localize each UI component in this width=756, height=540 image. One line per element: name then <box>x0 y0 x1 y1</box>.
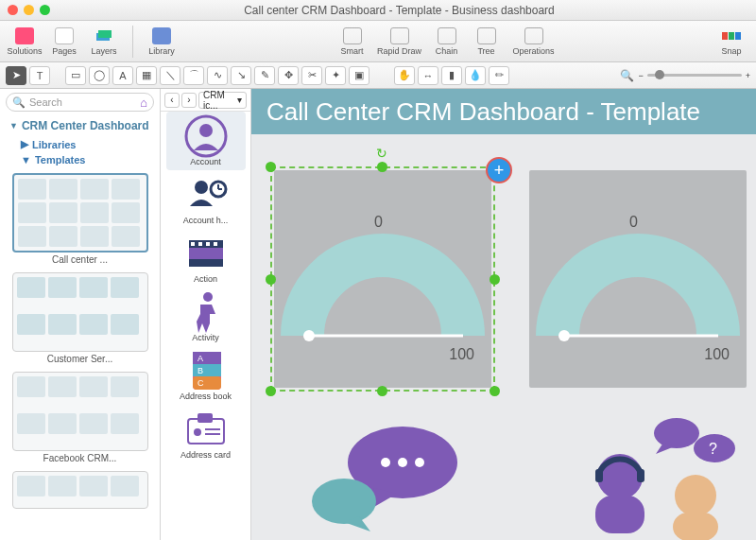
library-item-account-h[interactable]: Account h... <box>166 170 246 229</box>
template-thumb[interactable] <box>12 471 148 509</box>
svg-rect-15 <box>198 242 202 246</box>
svg-point-38 <box>415 458 424 467</box>
sidebar-heading[interactable]: ▼CRM Center Dashboard <box>0 115 160 136</box>
ellipse-tool[interactable]: ◯ <box>89 66 110 85</box>
collapse-icon[interactable]: ⌂ <box>140 96 147 110</box>
resize-handle[interactable] <box>266 386 276 396</box>
snap-label: Snap <box>721 46 741 56</box>
table-tool[interactable]: ▦ <box>136 66 157 85</box>
svg-point-47 <box>675 475 716 516</box>
library-button[interactable]: Library <box>143 25 180 59</box>
rotate-handle[interactable]: ↻ <box>376 146 387 161</box>
svg-point-39 <box>312 479 376 524</box>
pen-tool[interactable]: ✎ <box>254 66 275 85</box>
main-toolbar: Solutions Pages Layers Library Smart Rap… <box>0 21 756 62</box>
solutions-button[interactable]: Solutions <box>6 25 43 59</box>
lib-prev-button[interactable]: ‹ <box>164 93 180 108</box>
smart-button[interactable]: Smart <box>334 25 371 59</box>
connector-tool[interactable]: ↘ <box>231 66 251 85</box>
svg-rect-29 <box>205 428 220 430</box>
brush-tool[interactable]: ✏ <box>489 66 509 85</box>
arc-tool[interactable]: ⌒ <box>183 66 204 85</box>
library-item-label: Activity <box>192 333 219 342</box>
library-item-label: Account h... <box>183 216 229 225</box>
line-tool[interactable]: ＼ <box>160 66 180 85</box>
zoom-control[interactable]: 🔍 − + <box>620 69 750 82</box>
template-thumb[interactable] <box>12 173 148 253</box>
resize-handle[interactable] <box>377 386 387 396</box>
library-item-action[interactable]: Action <box>166 229 246 287</box>
hand-tool[interactable]: ✋ <box>394 66 415 85</box>
speech-bubble-purple-icon <box>308 420 469 533</box>
spline-tool[interactable]: ∿ <box>207 66 228 85</box>
svg-rect-17 <box>214 242 217 246</box>
pages-button[interactable]: Pages <box>45 25 83 59</box>
resize-handle[interactable] <box>266 274 276 285</box>
search-input[interactable]: 🔍 Search ⌂ <box>6 93 154 112</box>
library-item-label: Address card <box>180 450 231 460</box>
library-item-address-card[interactable]: Address card <box>166 405 246 463</box>
pan-tool[interactable]: ↔ <box>418 66 438 85</box>
snap-button[interactable]: Snap <box>713 25 750 59</box>
svg-rect-16 <box>206 242 210 246</box>
wand-tool[interactable]: ✦ <box>325 66 346 85</box>
maximize-window-button[interactable] <box>40 5 50 15</box>
operations-button[interactable]: Operations <box>507 25 560 59</box>
template-thumb[interactable] <box>12 372 148 451</box>
resize-handle[interactable] <box>377 162 387 172</box>
window-title: Call center CRM Dashboard - Template - B… <box>50 4 748 17</box>
template-thumb[interactable] <box>12 272 148 352</box>
solutions-label: Solutions <box>7 46 42 56</box>
text-tool[interactable]: T <box>29 66 50 85</box>
svg-rect-27 <box>198 413 213 423</box>
minimize-window-button[interactable] <box>24 5 34 15</box>
pointer-tool[interactable]: ➤ <box>6 66 26 85</box>
selection-box <box>270 166 495 392</box>
text2-tool[interactable]: A <box>112 66 133 85</box>
gauge-widget[interactable]: 0 100 <box>529 170 747 388</box>
gauge-top-label: 0 <box>629 214 638 231</box>
rect-tool[interactable]: ▭ <box>65 66 86 85</box>
library-item-address-book[interactable]: ABC Address book <box>166 346 246 405</box>
chain-label: Chain <box>436 46 458 56</box>
crop-tool[interactable]: ✂ <box>301 66 322 85</box>
svg-rect-45 <box>595 469 603 482</box>
svg-text:B: B <box>198 366 203 375</box>
resize-handle[interactable] <box>490 274 500 285</box>
svg-text:?: ? <box>709 441 717 457</box>
layers-label: Layers <box>91 46 116 56</box>
tree-button[interactable]: Tree <box>468 25 506 59</box>
library-item-account[interactable]: Account <box>166 112 246 170</box>
tool-toolbar: ➤ T ▭ ◯ A ▦ ＼ ⌒ ∿ ↘ ✎ ✥ ✂ ✦ ▣ ✋ ↔ ▮ 💧 ✏ … <box>0 62 756 89</box>
sidebar-item-templates[interactable]: ▼Templates <box>0 152 160 167</box>
extra-tool[interactable]: ▣ <box>349 66 369 85</box>
pages-label: Pages <box>52 46 77 56</box>
smart-label: Smart <box>340 46 363 56</box>
resize-handle[interactable] <box>490 386 500 396</box>
library-item-activity[interactable]: Activity <box>166 287 246 346</box>
resize-handle[interactable] <box>266 162 276 172</box>
add-button[interactable]: + <box>486 157 512 183</box>
canvas[interactable]: Call Center CRM Dashboard - Template 0 1… <box>251 89 756 540</box>
eyedropper-tool[interactable]: 💧 <box>465 66 486 85</box>
svg-rect-30 <box>205 433 220 435</box>
svg-rect-12 <box>189 259 223 267</box>
library-item-label: Account <box>190 157 221 166</box>
library-dropdown[interactable]: CRM ic...▾ <box>198 92 247 109</box>
canvas-title: Call Center CRM Dashboard - Template <box>251 89 756 134</box>
rapid-draw-button[interactable]: Rapid Draw <box>373 25 426 59</box>
chain-button[interactable]: Chain <box>428 25 466 59</box>
zoom-out-icon[interactable]: 🔍 <box>620 69 634 82</box>
svg-rect-46 <box>637 469 644 482</box>
svg-point-40 <box>654 418 699 448</box>
library-label: Library <box>148 46 175 56</box>
svg-point-36 <box>381 458 390 467</box>
stamp-tool[interactable]: ✥ <box>278 66 299 85</box>
fill-tool[interactable]: ▮ <box>441 66 462 85</box>
close-window-button[interactable] <box>8 5 18 15</box>
layers-button[interactable]: Layers <box>85 25 123 59</box>
lib-next-button[interactable]: › <box>181 93 197 108</box>
svg-rect-2 <box>722 32 728 40</box>
svg-rect-13 <box>189 248 223 259</box>
sidebar-item-libraries[interactable]: ▶Libraries <box>0 136 160 152</box>
